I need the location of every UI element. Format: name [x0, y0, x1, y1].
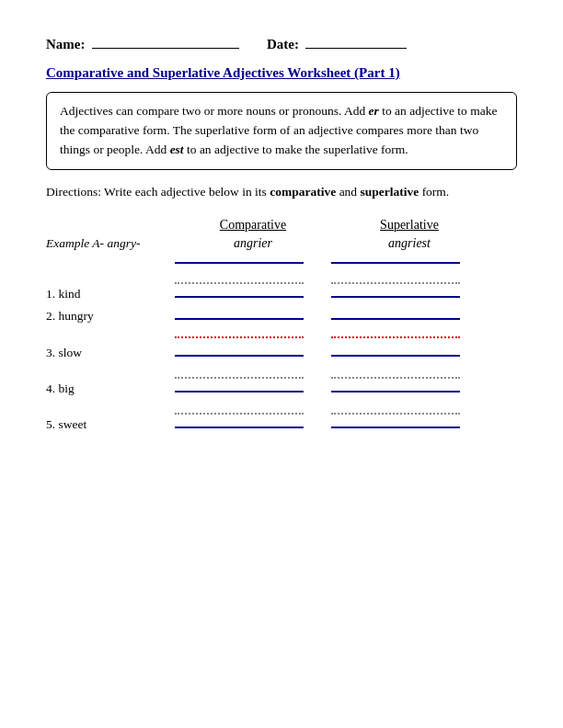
- column-headers: Comparative Superlative: [175, 218, 517, 233]
- directions: Directions: Write each adjective below i…: [46, 183, 517, 201]
- item-1-comp-line: [175, 287, 304, 298]
- item-1-sup-line: [331, 287, 460, 298]
- info-box: Adjectives can compare two or more nouns…: [46, 92, 517, 170]
- header: Name: Date:: [46, 37, 517, 52]
- item-1-sup-dotted: [331, 273, 460, 284]
- superlative-header: Superlative: [331, 218, 488, 233]
- item-5-comp-line: [175, 417, 304, 428]
- item-5-sup-line: [331, 417, 460, 428]
- item-2-sup-red: [331, 327, 460, 338]
- date-label: Date:: [267, 37, 407, 52]
- item-5-sup-dotted: [331, 404, 460, 415]
- item-3: 3. slow: [46, 346, 517, 360]
- item-3-comp-line: [175, 346, 304, 357]
- item-2: 2. hungry: [46, 309, 517, 338]
- date-line: [305, 48, 407, 49]
- item-1: 1. kind: [46, 273, 517, 301]
- example-superlative: angriest: [331, 236, 488, 251]
- name-line: [92, 48, 239, 49]
- item-4-dotted: [175, 368, 517, 379]
- item-5-label: 5. sweet: [46, 417, 175, 432]
- name-label: Name:: [46, 37, 239, 52]
- item-4-comp-dotted: [175, 368, 304, 379]
- example-label: Example A- angry-: [46, 236, 175, 251]
- item-5: 5. sweet: [46, 404, 517, 432]
- example-comp-line: [175, 253, 304, 264]
- example-lines: [175, 253, 517, 264]
- example-comparative: angrier: [175, 236, 331, 251]
- item-5-dotted: [175, 404, 517, 415]
- item-2-comp-red: [175, 327, 304, 338]
- item-2-comp-line: [175, 309, 304, 320]
- example-sup-line: [331, 253, 460, 264]
- info-text: Adjectives can compare two or more nouns…: [60, 104, 497, 156]
- item-1-row: 1. kind: [46, 287, 517, 301]
- example-row: Example A- angry- angrier angriest: [46, 236, 517, 251]
- item-3-row: 3. slow: [46, 346, 517, 360]
- worksheet-title: Comparative and Superlative Adjectives W…: [46, 65, 517, 81]
- item-2-sup-line: [331, 309, 460, 320]
- comparative-header: Comparative: [175, 218, 331, 233]
- item-4-sup-dotted: [331, 368, 460, 379]
- item-1-label: 1. kind: [46, 287, 175, 301]
- item-2-dotted: [175, 327, 517, 338]
- item-4-sup-line: [331, 381, 460, 392]
- item-5-row: 5. sweet: [46, 417, 517, 432]
- item-5-comp-dotted: [175, 404, 304, 415]
- item-3-label: 3. slow: [46, 346, 175, 360]
- item-2-label: 2. hungry: [46, 309, 175, 324]
- item-1-dotted: [175, 273, 517, 284]
- item-4-comp-line: [175, 381, 304, 392]
- item-4-row: 4. big: [46, 381, 517, 396]
- item-1-comp-dotted: [175, 273, 304, 284]
- item-4: 4. big: [46, 368, 517, 396]
- item-3-sup-line: [331, 346, 460, 357]
- item-2-row: 2. hungry: [46, 309, 517, 324]
- item-4-label: 4. big: [46, 381, 175, 396]
